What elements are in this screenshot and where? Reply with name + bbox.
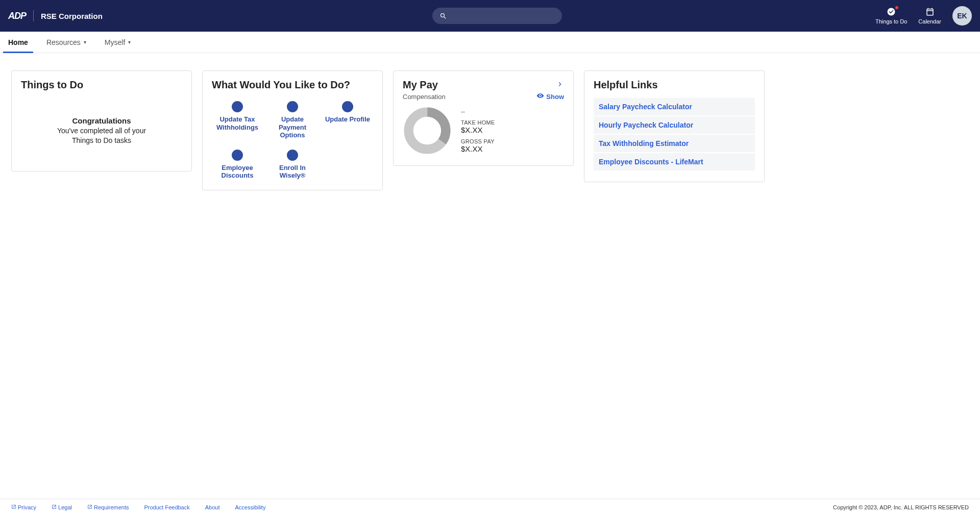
- footer-link-label: Privacy: [18, 504, 36, 510]
- helpful-links-list: Salary Paycheck Calculator Hourly Payche…: [594, 98, 755, 171]
- things-to-do-label: Things to Do: [875, 18, 907, 24]
- nav-myself-label: Myself: [105, 38, 125, 46]
- action-enroll-wisely[interactable]: Enroll In Wisely®: [267, 150, 318, 180]
- search-icon: [439, 12, 447, 20]
- congrats-message-1: You've completed all of your: [21, 126, 182, 136]
- my-pay-arrow[interactable]: [556, 80, 564, 90]
- take-home-value: $X.XX: [461, 126, 495, 134]
- nav-home[interactable]: Home: [8, 32, 28, 53]
- congrats-text: Congratulations: [21, 116, 182, 125]
- chevron-down-icon: ▾: [128, 39, 131, 45]
- footer-feedback[interactable]: Product Feedback: [144, 504, 189, 510]
- action-update-tax[interactable]: Update Tax Withholdings: [212, 101, 263, 139]
- notification-badge-icon: [895, 6, 899, 10]
- check-circle-icon: [887, 7, 896, 17]
- show-label: Show: [546, 93, 564, 101]
- action-label: Enroll In Wisely®: [267, 164, 318, 180]
- my-pay-title: My Pay: [403, 79, 438, 91]
- nav-resources-label: Resources: [46, 38, 81, 46]
- dashboard: Things to Do Congratulations You've comp…: [0, 53, 980, 499]
- search-field[interactable]: [432, 8, 562, 24]
- footer-link-label: Requirements: [94, 504, 129, 510]
- actions-grid: Update Tax Withholdings Update Payment O…: [212, 98, 373, 180]
- main-nav: Home Resources ▾ Myself ▾: [0, 32, 980, 53]
- footer: Privacy Legal Requirements Product Feedb…: [0, 499, 980, 515]
- action-icon: [342, 101, 353, 112]
- link-salary-calc[interactable]: Salary Paycheck Calculator: [594, 98, 755, 116]
- footer-link-label: Legal: [58, 504, 72, 510]
- footer-link-label: Accessibility: [235, 504, 266, 510]
- adp-logo: ADP: [8, 11, 26, 21]
- action-icon: [287, 150, 298, 161]
- footer-link-label: Product Feedback: [144, 504, 189, 510]
- take-home-label: TAKE HOME: [461, 119, 495, 126]
- top-header: ADP RSE Corporation Things to Do Calenda…: [0, 0, 980, 32]
- copyright: Copyright © 2023, ADP, Inc. ALL RIGHTS R…: [833, 504, 969, 510]
- user-avatar[interactable]: EK: [952, 6, 972, 26]
- footer-link-label: About: [205, 504, 220, 510]
- calendar-button[interactable]: Calendar: [918, 7, 941, 24]
- congrats-message-2: Things to Do tasks: [21, 136, 182, 145]
- gross-label: GROSS PAY: [461, 138, 495, 144]
- action-update-profile[interactable]: Update Profile: [325, 101, 370, 139]
- eye-icon: [536, 92, 544, 101]
- things-to-do-button[interactable]: Things to Do: [875, 7, 907, 24]
- header-right: Things to Do Calendar EK: [875, 6, 972, 26]
- nav-myself[interactable]: Myself ▾: [105, 32, 131, 53]
- action-employee-discounts[interactable]: Employee Discounts: [212, 150, 263, 180]
- my-pay-subtitle: Compensation: [403, 93, 446, 101]
- show-toggle[interactable]: Show: [536, 92, 564, 101]
- external-link-icon: [11, 504, 16, 510]
- external-link-icon: [87, 504, 92, 510]
- actions-card: What Would You Like to Do? Update Tax Wi…: [202, 70, 383, 190]
- gross-value: $X.XX: [461, 144, 495, 153]
- footer-requirements[interactable]: Requirements: [87, 504, 129, 510]
- action-update-payment[interactable]: Update Payment Options: [267, 101, 318, 139]
- pay-body: -- TAKE HOME $X.XX GROSS PAY $X.XX: [403, 106, 564, 155]
- footer-privacy[interactable]: Privacy: [11, 504, 36, 510]
- logo-divider: [33, 10, 34, 21]
- my-pay-card: My Pay Compensation Show --: [393, 70, 574, 166]
- footer-legal[interactable]: Legal: [52, 504, 72, 510]
- chevron-right-icon: [556, 80, 564, 88]
- action-label: Update Tax Withholdings: [212, 115, 263, 131]
- pay-donut-chart: [403, 106, 452, 155]
- action-icon: [287, 101, 298, 112]
- action-label: Update Payment Options: [267, 115, 318, 139]
- calendar-label: Calendar: [918, 18, 941, 24]
- logo-group: ADP RSE Corporation: [8, 10, 103, 21]
- footer-about[interactable]: About: [205, 504, 220, 510]
- things-to-do-card: Things to Do Congratulations You've comp…: [11, 70, 192, 171]
- footer-accessibility[interactable]: Accessibility: [235, 504, 266, 510]
- things-to-do-title: Things to Do: [21, 79, 182, 91]
- calendar-icon: [925, 7, 935, 17]
- chevron-down-icon: ▾: [84, 39, 86, 45]
- search-input[interactable]: [452, 12, 555, 20]
- nav-resources[interactable]: Resources ▾: [46, 32, 86, 53]
- pay-date: --: [461, 108, 495, 115]
- nav-home-label: Home: [8, 38, 28, 46]
- pay-values: -- TAKE HOME $X.XX GROSS PAY $X.XX: [461, 108, 495, 153]
- actions-title: What Would You Like to Do?: [212, 79, 373, 91]
- things-to-do-body: Congratulations You've completed all of …: [21, 98, 182, 145]
- helpful-links-card: Helpful Links Salary Paycheck Calculator…: [584, 70, 765, 182]
- company-name: RSE Corporation: [41, 12, 103, 20]
- action-icon: [232, 150, 243, 161]
- action-label: Update Profile: [325, 115, 370, 124]
- action-icon: [232, 101, 243, 112]
- link-hourly-calc[interactable]: Hourly Paycheck Calculator: [594, 116, 755, 135]
- action-label: Employee Discounts: [212, 164, 263, 180]
- external-link-icon: [52, 504, 57, 510]
- link-tax-estimator[interactable]: Tax Withholding Estimator: [594, 135, 755, 153]
- link-lifemart[interactable]: Employee Discounts - LifeMart: [594, 153, 755, 171]
- helpful-links-title: Helpful Links: [594, 79, 755, 91]
